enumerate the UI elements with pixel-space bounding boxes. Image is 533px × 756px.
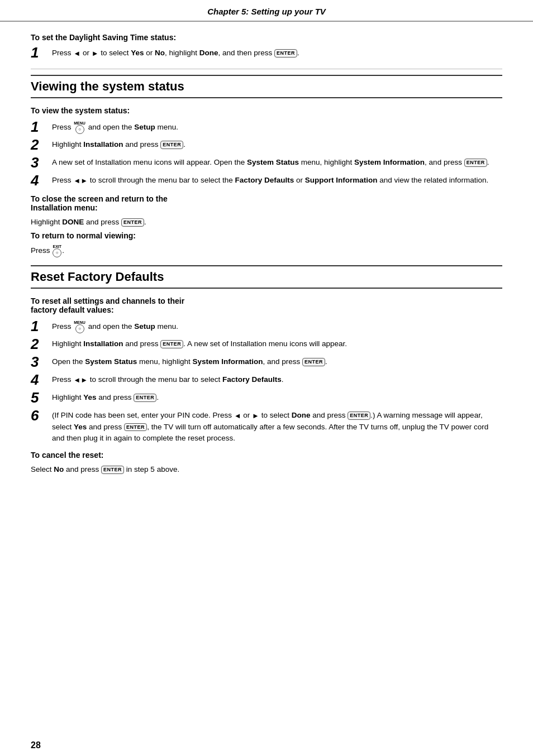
- close-section: To close the screen and return to theIns…: [31, 194, 502, 257]
- enter-icon-cancel: ENTER: [101, 466, 124, 474]
- chapter-header: Chapter 5: Setting up your TV: [0, 0, 533, 22]
- viewing-section-title: Viewing the system status: [31, 79, 502, 94]
- right-arrow-icon: ►: [92, 48, 99, 59]
- view-step-3: 3 A new set of Installation menu icons w…: [31, 155, 502, 170]
- view-status-steps: 1 Press MENU○ and open the Setup menu. 2…: [31, 119, 502, 188]
- daylight-heading: To set the Daylight Saving Time status:: [31, 33, 502, 42]
- cancel-reset-heading: To cancel the reset:: [31, 451, 502, 460]
- close-screen-heading: To close the screen and return to theIns…: [31, 194, 502, 212]
- cancel-reset-text: Select No and press ENTER in step 5 abov…: [31, 464, 502, 475]
- reset-step-1: 1 Press MENU○ and open the Setup menu.: [31, 319, 502, 333]
- view-step-3-text: A new set of Installation menu icons wil…: [52, 155, 489, 168]
- reset-step-num-3: 3: [31, 355, 49, 369]
- reset-steps: 1 Press MENU○ and open the Setup menu. 2…: [31, 319, 502, 444]
- page-number: 28: [0, 735, 533, 756]
- reset-step-2: 2 Highlight Installation and press ENTER…: [31, 337, 502, 351]
- section-divider: [31, 69, 502, 69]
- return-normal-text: Press EXIT○.: [31, 245, 502, 257]
- enter-icon-r2: ENTER: [160, 340, 183, 348]
- reset-step-6-text: (If PIN code has been set, enter your PI…: [52, 408, 502, 444]
- enter-icon-r5: ENTER: [134, 394, 156, 402]
- right-arrow-r4: ►: [80, 375, 88, 386]
- view-step-4: 4 Press ◄► to scroll through the menu ba…: [31, 173, 502, 188]
- enter-button-icon: ENTER: [274, 49, 297, 58]
- left-arrow-icon: ◄: [73, 48, 80, 59]
- viewing-section-title-block: Viewing the system status: [31, 75, 502, 98]
- exit-icon: EXIT○: [53, 245, 61, 257]
- reset-step-3: 3 Open the System Status menu, highlight…: [31, 355, 502, 369]
- enter-icon-close: ENTER: [121, 218, 144, 227]
- return-normal-heading: To return to normal viewing:: [31, 231, 502, 240]
- enter-icon-2: ENTER: [160, 141, 183, 149]
- chapter-title: Chapter 5: Setting up your TV: [207, 7, 326, 16]
- right-arrow-r6: ►: [252, 410, 259, 422]
- view-step-2-text: Highlight Installation and press ENTER.: [52, 137, 185, 150]
- reset-step-4: 4 Press ◄► to scroll through the menu ba…: [31, 372, 502, 387]
- reset-step-num-6: 6: [31, 408, 49, 423]
- view-status-heading: To view the system status:: [31, 106, 502, 115]
- daylight-step1: 1 Press ◄ or ► to select Yes or No, high…: [31, 45, 502, 60]
- reset-step-5-text: Highlight Yes and press ENTER.: [52, 390, 159, 403]
- reset-step-4-text: Press ◄► to scroll through the menu bar …: [52, 372, 283, 385]
- left-arrow-icon-4: ◄: [73, 175, 80, 186]
- menu-icon: MENU○: [74, 121, 85, 134]
- step-num-3: 3: [31, 155, 49, 170]
- content-area: To set the Daylight Saving Time status: …: [0, 27, 533, 735]
- reset-heading: To reset all settings and channels to th…: [31, 296, 502, 314]
- step-num-4: 4: [31, 173, 49, 188]
- left-arrow-r4: ◄: [73, 375, 80, 386]
- view-step-4-text: Press ◄► to scroll through the menu bar …: [52, 173, 488, 186]
- view-step-2: 2 Highlight Installation and press ENTER…: [31, 137, 502, 152]
- right-arrow-icon-4: ►: [80, 175, 88, 186]
- step-number-1: 1: [31, 45, 49, 60]
- reset-step-num-5: 5: [31, 390, 49, 405]
- reset-section: Reset Factory Defaults To reset all sett…: [31, 265, 502, 475]
- daylight-section: To set the Daylight Saving Time status: …: [31, 33, 502, 60]
- left-arrow-r6: ◄: [234, 410, 241, 422]
- step-num-1: 1: [31, 119, 49, 134]
- enter-icon-r3: ENTER: [302, 358, 325, 366]
- reset-step-6: 6 (If PIN code has been set, enter your …: [31, 408, 502, 444]
- reset-step-5: 5 Highlight Yes and press ENTER.: [31, 390, 502, 405]
- enter-icon-3: ENTER: [464, 159, 487, 167]
- reset-step-3-text: Open the System Status menu, highlight S…: [52, 355, 327, 367]
- enter-icon-r6a: ENTER: [348, 412, 370, 420]
- reset-step-num-2: 2: [31, 337, 49, 351]
- daylight-step1-text: Press ◄ or ► to select Yes or No, highli…: [52, 45, 299, 59]
- close-screen-text: Highlight DONE and press ENTER.: [31, 217, 502, 228]
- view-step-1-text: Press MENU○ and open the Setup menu.: [52, 119, 178, 134]
- reset-step-num-4: 4: [31, 372, 49, 387]
- view-step-1: 1 Press MENU○ and open the Setup menu.: [31, 119, 502, 134]
- reset-step-num-1: 1: [31, 319, 49, 333]
- reset-section-title-block: Reset Factory Defaults: [31, 265, 502, 289]
- menu-icon-r1: MENU○: [74, 320, 85, 333]
- reset-step-1-text: Press MENU○ and open the Setup menu.: [52, 319, 178, 333]
- step-num-2: 2: [31, 137, 49, 152]
- page: Chapter 5: Setting up your TV To set the…: [0, 0, 533, 756]
- enter-icon-r6b: ENTER: [124, 423, 147, 432]
- reset-step-2-text: Highlight Installation and press ENTER. …: [52, 337, 347, 350]
- reset-section-title: Reset Factory Defaults: [31, 270, 502, 284]
